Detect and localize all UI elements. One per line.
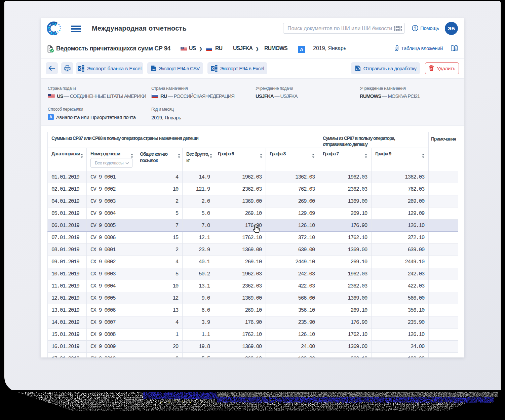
svg-text:csv: csv xyxy=(152,68,155,71)
svg-text:X: X xyxy=(78,66,81,70)
svg-text:?: ? xyxy=(414,26,416,31)
svg-text:X: X xyxy=(211,66,214,70)
